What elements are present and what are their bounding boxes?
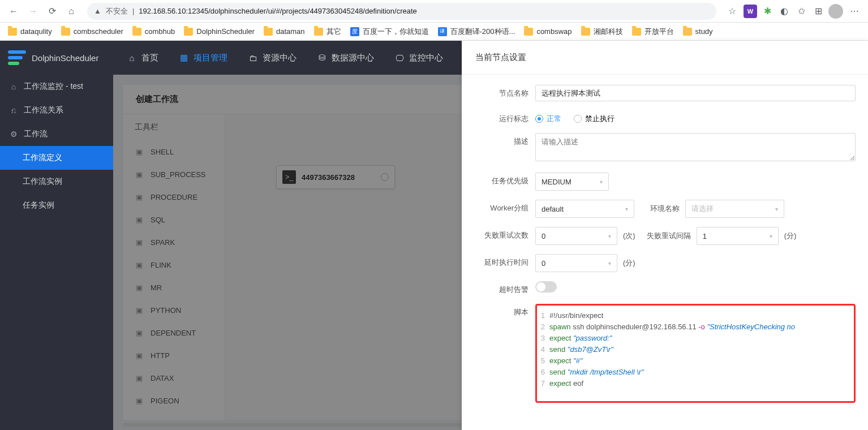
task-type-icon: ▣ bbox=[135, 283, 144, 292]
chevron-down-icon: ▾ bbox=[775, 206, 778, 212]
nav-item[interactable]: ▦项目管理 bbox=[171, 48, 235, 68]
sidebar-label: 工作流关系 bbox=[24, 105, 63, 115]
palette-item[interactable]: ▣SUB_PROCESS bbox=[123, 163, 225, 186]
line-number: 5 bbox=[537, 355, 549, 367]
nav-item[interactable]: ⛁数据源中心 bbox=[309, 48, 382, 68]
nav-item[interactable]: ⌂首页 bbox=[119, 48, 166, 68]
code-text: #!/usr/bin/expect bbox=[549, 310, 603, 321]
favorite-icon[interactable]: ☆ bbox=[724, 3, 740, 19]
bookmark-label: combswap bbox=[536, 27, 571, 36]
bookmark-item[interactable]: study bbox=[683, 27, 713, 36]
palette-label: SHELL bbox=[151, 148, 174, 156]
env-select[interactable]: 请选择▾ bbox=[685, 200, 784, 218]
sidebar-item[interactable]: ⚙工作流 bbox=[0, 122, 113, 146]
bookmark-item[interactable]: DolphinScheduler bbox=[184, 27, 255, 36]
node-id: 4497363667328 bbox=[302, 173, 375, 182]
palette-item[interactable]: ▣PIGEON bbox=[123, 389, 225, 412]
bookmark-item[interactable]: 译百度翻译-200种语... bbox=[438, 27, 515, 37]
palette-item[interactable]: ▣PYTHON bbox=[123, 299, 225, 321]
bookmark-item[interactable]: dataqulity bbox=[8, 27, 52, 36]
delay-unit: (分) bbox=[623, 258, 635, 268]
security-label: 不安全 bbox=[106, 6, 128, 16]
nav-item[interactable]: 🗀资源中心 bbox=[240, 48, 304, 68]
app-logo[interactable]: DolphinScheduler bbox=[8, 50, 113, 65]
bookmark-item[interactable]: 其它 bbox=[314, 27, 341, 37]
radio-forbid[interactable]: 禁止执行 bbox=[574, 114, 615, 124]
nav-icon: 🗀 bbox=[248, 53, 258, 63]
palette-label: PIGEON bbox=[151, 397, 179, 405]
favorites-icon[interactable]: ✩ bbox=[794, 5, 808, 18]
line-number: 1 bbox=[537, 310, 549, 321]
sidebar-item[interactable]: 工作流定义 bbox=[0, 146, 113, 170]
nav-label: 项目管理 bbox=[194, 53, 227, 63]
timeout-toggle[interactable] bbox=[535, 281, 557, 293]
sidebar-item[interactable]: ⎌工作流关系 bbox=[0, 98, 113, 122]
sidebar-label: 工作流定义 bbox=[23, 153, 62, 163]
worker-select[interactable]: default▾ bbox=[535, 200, 634, 218]
forward-button[interactable]: → bbox=[25, 3, 41, 19]
more-icon[interactable]: ⋯ bbox=[846, 3, 862, 19]
bookmark-label: 百度翻译-200种语... bbox=[450, 27, 515, 37]
task-type-icon: ▣ bbox=[135, 260, 144, 269]
sidebar-item[interactable]: 任务实例 bbox=[0, 194, 113, 217]
folder-icon bbox=[632, 28, 641, 36]
evernote-icon[interactable]: ✱ bbox=[760, 5, 774, 18]
retry-select[interactable]: 0▾ bbox=[535, 227, 617, 245]
bookmark-item[interactable]: combscheduler bbox=[61, 27, 123, 36]
folder-icon bbox=[132, 28, 141, 36]
palette-item[interactable]: ▣FLINK bbox=[123, 253, 225, 276]
palette-item[interactable]: ▣SQL bbox=[123, 208, 225, 231]
bookmark-item[interactable]: dataman bbox=[264, 27, 305, 36]
desc-input[interactable] bbox=[535, 133, 856, 161]
sidebar-icon: ⚙ bbox=[9, 130, 18, 139]
folder-icon bbox=[184, 28, 193, 36]
extension-icon-2[interactable]: ◐ bbox=[777, 5, 791, 18]
palette-item[interactable]: ▣SHELL bbox=[123, 140, 225, 163]
home-button[interactable]: ⌂ bbox=[63, 3, 79, 19]
extension-icon[interactable]: W bbox=[744, 5, 757, 18]
line-number: 6 bbox=[537, 367, 549, 378]
palette-item[interactable]: ▣DEPENDENT bbox=[123, 321, 225, 344]
palette-item[interactable]: ▣PROCEDURE bbox=[123, 186, 225, 208]
line-number: 3 bbox=[537, 333, 549, 344]
nav-label: 数据源中心 bbox=[332, 53, 374, 63]
nav-label: 首页 bbox=[141, 53, 158, 63]
line-number: 2 bbox=[537, 321, 549, 333]
label-worker: Worker分组 bbox=[462, 200, 535, 213]
radio-normal[interactable]: 正常 bbox=[535, 114, 561, 124]
palette-item[interactable]: ▣MR bbox=[123, 276, 225, 299]
chevron-down-icon: ▾ bbox=[600, 179, 603, 185]
bookmark-item[interactable]: 度百度一下，你就知道 bbox=[350, 27, 429, 37]
sidebar-item[interactable]: 工作流实例 bbox=[0, 170, 113, 194]
folder-icon bbox=[264, 28, 273, 36]
palette-item[interactable]: ▣SPARK bbox=[123, 231, 225, 253]
bookmark-item[interactable]: 湘邮科技 bbox=[581, 27, 623, 37]
delay-select[interactable]: 0▾ bbox=[535, 254, 617, 272]
node-name-input[interactable] bbox=[535, 85, 856, 101]
back-button[interactable]: ← bbox=[6, 3, 22, 19]
label-run-flag: 运行标志 bbox=[462, 110, 535, 124]
bookmark-label: 其它 bbox=[326, 27, 341, 37]
bookmark-item[interactable]: 开放平台 bbox=[632, 27, 674, 37]
bookmark-label: combscheduler bbox=[74, 27, 123, 36]
task-node[interactable]: >_ 4497363667328 bbox=[276, 165, 395, 189]
label-script: 脚本 bbox=[462, 304, 535, 317]
interval-select[interactable]: 1▾ bbox=[697, 227, 779, 245]
bookmark-item[interactable]: combswap bbox=[524, 27, 571, 36]
label-desc: 描述 bbox=[462, 133, 535, 147]
bookmark-item[interactable]: combhub bbox=[132, 27, 175, 36]
priority-select[interactable]: MEDIUM▾ bbox=[535, 173, 609, 191]
folder-icon bbox=[61, 28, 70, 36]
address-bar[interactable]: ▲ 不安全 | 192.168.56.10:12345/dolphinsched… bbox=[87, 3, 716, 20]
profile-avatar[interactable] bbox=[828, 4, 843, 19]
palette-item[interactable]: ▣HTTP bbox=[123, 344, 225, 367]
collections-icon[interactable]: ⊞ bbox=[811, 5, 825, 18]
reload-button[interactable]: ⟳ bbox=[44, 3, 60, 19]
palette-item[interactable]: ▣DATAX bbox=[123, 367, 225, 389]
nav-item[interactable]: 🖵监控中心 bbox=[386, 48, 451, 68]
shell-icon: >_ bbox=[282, 170, 296, 184]
line-number: 4 bbox=[537, 344, 549, 355]
script-editor[interactable]: 1#!/usr/bin/expect2spawn ssh dolphinsche… bbox=[535, 304, 856, 403]
code-line: 3expect "password:" bbox=[537, 333, 850, 344]
sidebar-item[interactable]: ⌂工作流监控 - test bbox=[0, 75, 113, 98]
